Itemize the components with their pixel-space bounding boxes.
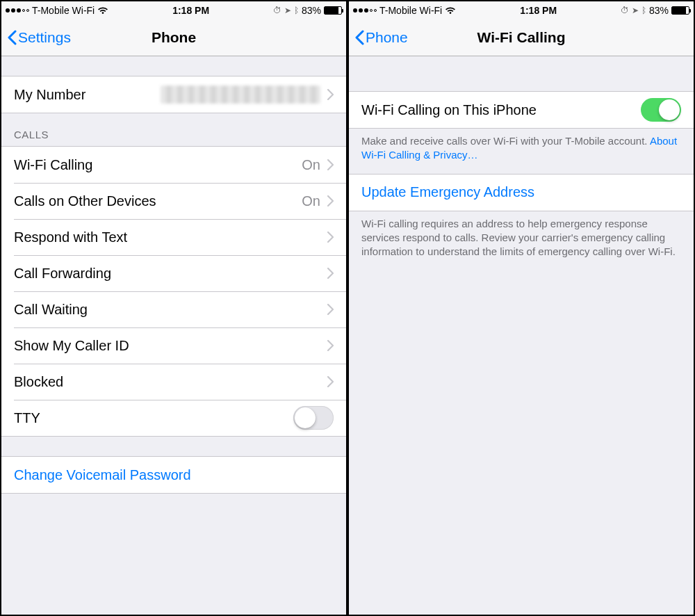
phone-screen-phone-settings: T-Mobile Wi-Fi 1:18 PM ⏱ ➤ ᛒ 83% Setting… [0, 0, 348, 616]
status-time: 1:18 PM [520, 5, 557, 16]
location-icon: ➤ [284, 6, 291, 15]
carrier-label: T-Mobile Wi-Fi [379, 5, 442, 16]
signal-dots-icon [6, 8, 29, 13]
wifi-icon [97, 6, 108, 15]
row-calls-other-devices[interactable]: Calls on Other Devices On [1, 183, 346, 219]
carrier-label: T-Mobile Wi-Fi [32, 5, 95, 16]
content-scroll[interactable]: My Number CALLS Wi-Fi Calling On Calls o… [1, 56, 346, 615]
other-devices-status: On [302, 193, 320, 209]
wifi-calling-toggle[interactable] [641, 98, 681, 122]
row-tty: TTY [1, 400, 346, 436]
battery-percent: 83% [649, 5, 669, 16]
row-wifi-calling-toggle: Wi-Fi Calling on This iPhone [349, 92, 694, 128]
chevron-right-icon [327, 340, 334, 351]
back-button-settings[interactable]: Settings [7, 29, 71, 46]
status-time: 1:18 PM [172, 5, 209, 16]
footer-emergency-explainer: Wi-Fi calling requires an address to hel… [349, 211, 694, 270]
alarm-icon: ⏱ [621, 6, 629, 15]
tty-toggle[interactable] [293, 406, 334, 430]
row-blocked[interactable]: Blocked [1, 364, 346, 400]
my-number-value-redacted [161, 86, 320, 104]
chevron-right-icon [327, 195, 334, 206]
footer-about-wifi-calling: Make and receive calls over Wi-Fi with y… [349, 129, 694, 174]
row-respond-with-text[interactable]: Respond with Text [1, 219, 346, 255]
chevron-right-icon [327, 376, 334, 387]
section-header-calls: CALLS [1, 113, 346, 146]
wifi-calling-status: On [302, 157, 320, 173]
chevron-right-icon [327, 232, 334, 243]
row-show-caller-id[interactable]: Show My Caller ID [1, 327, 346, 364]
alarm-icon: ⏱ [273, 6, 281, 15]
bluetooth-icon: ᛒ [294, 6, 299, 15]
row-my-number[interactable]: My Number [1, 76, 346, 113]
content-scroll[interactable]: Wi-Fi Calling on This iPhone Make and re… [349, 56, 694, 615]
battery-percent: 83% [302, 5, 321, 16]
status-bar: T-Mobile Wi-Fi 1:18 PM ⏱ ➤ ᛒ 83% [1, 1, 346, 19]
back-button-phone[interactable]: Phone [354, 29, 408, 46]
chevron-right-icon [327, 159, 334, 170]
location-icon: ➤ [632, 6, 639, 15]
nav-bar: Settings Phone [1, 19, 346, 56]
wifi-icon [445, 6, 456, 15]
back-label: Settings [18, 29, 71, 46]
chevron-right-icon [327, 304, 334, 315]
row-call-forwarding[interactable]: Call Forwarding [1, 255, 346, 291]
bluetooth-icon: ᛒ [641, 6, 646, 15]
status-bar: T-Mobile Wi-Fi 1:18 PM ⏱ ➤ ᛒ 83% [349, 1, 694, 19]
phone-screen-wifi-calling: T-Mobile Wi-Fi 1:18 PM ⏱ ➤ ᛒ 83% Phone W… [348, 0, 695, 616]
back-label: Phone [366, 29, 408, 46]
nav-bar: Phone Wi-Fi Calling [349, 19, 694, 56]
chevron-right-icon [327, 268, 334, 279]
row-update-emergency-address[interactable]: Update Emergency Address [349, 175, 694, 211]
battery-icon [324, 6, 342, 15]
row-change-voicemail-password[interactable]: Change Voicemail Password [1, 457, 346, 493]
row-call-waiting[interactable]: Call Waiting [1, 291, 346, 327]
row-wifi-calling[interactable]: Wi-Fi Calling On [1, 147, 346, 183]
chevron-right-icon [327, 89, 334, 100]
my-number-label: My Number [14, 87, 161, 103]
signal-dots-icon [353, 8, 377, 13]
battery-icon [671, 6, 689, 15]
